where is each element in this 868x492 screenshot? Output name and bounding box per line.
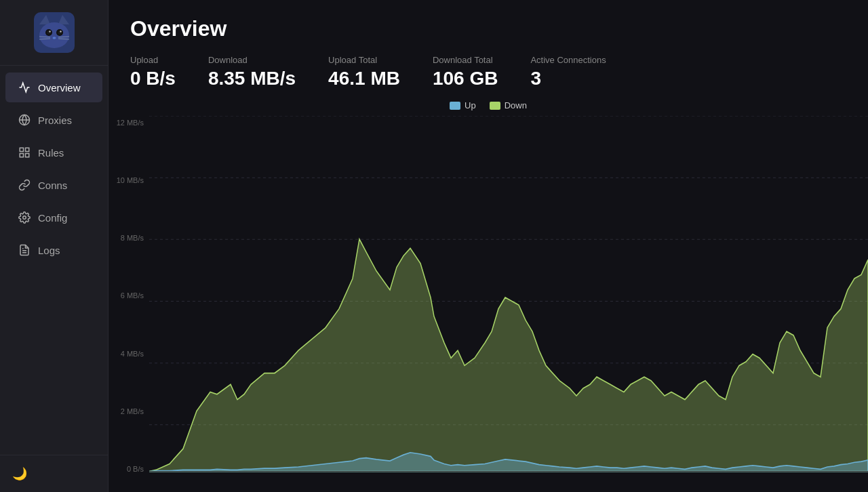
stat-upload-label: Upload [130,55,176,65]
file-icon [18,243,31,257]
y-label-0: 0 B/s [108,465,149,473]
stat-upload: Upload 0 B/s [130,55,176,89]
legend-down-color [490,102,500,110]
activity-icon [18,81,31,94]
theme-toggle-button[interactable]: 🌙 [12,466,27,481]
svg-point-10 [52,37,56,39]
main-content: Overview Upload 0 B/s Download 8.35 MB/s… [108,0,868,492]
legend-up-label: Up [465,100,476,110]
svg-rect-18 [26,148,29,151]
chart-legend: Up Down [108,100,868,110]
sidebar-item-overview[interactable]: Overview [5,73,102,102]
sidebar-bottom: 🌙 [0,455,108,492]
svg-rect-20 [20,154,23,157]
down-area [149,239,868,472]
legend-down: Down [490,100,527,110]
sidebar-item-overview-label: Overview [38,82,81,94]
stats-row: Upload 0 B/s Download 8.35 MB/s Upload T… [108,49,868,100]
app-logo [34,12,75,53]
legend-up: Up [450,100,476,110]
chart-container: Up Down 12 MB/s 10 MB/s 8 MB/s 6 MB/s 4 … [108,100,868,492]
sidebar: Overview Proxies Rules [0,0,108,492]
stat-active-connections-value: 3 [530,68,606,89]
sidebar-item-rules[interactable]: Rules [5,138,102,167]
svg-point-21 [23,216,26,220]
svg-rect-17 [20,148,23,151]
y-label-10: 10 MB/s [108,176,149,184]
svg-rect-19 [26,154,29,157]
logo-area [0,0,108,66]
moon-icon: 🌙 [12,467,27,480]
settings-icon [18,211,31,224]
y-label-6: 6 MB/s [108,291,149,300]
sidebar-nav: Overview Proxies Rules [0,66,108,455]
sidebar-item-proxies[interactable]: Proxies [5,105,102,135]
y-label-12: 12 MB/s [108,119,149,127]
y-axis-labels: 12 MB/s 10 MB/s 8 MB/s 6 MB/s 4 MB/s 2 M… [108,116,149,487]
stat-upload-total-label: Upload Total [328,55,400,65]
svg-point-9 [60,30,61,32]
stat-upload-total: Upload Total 46.1 MB [328,55,400,89]
sidebar-item-rules-label: Rules [38,147,64,159]
sidebar-item-logs[interactable]: Logs [5,235,102,265]
sidebar-item-config-label: Config [38,212,67,224]
grid-icon [18,146,31,159]
stat-download-value: 8.35 MB/s [208,68,296,89]
stat-upload-value: 0 B/s [130,68,176,89]
stat-upload-total-value: 46.1 MB [328,68,400,89]
link-icon [18,178,31,192]
chart-plot-area [149,116,868,487]
chart-svg [149,116,868,487]
svg-point-3 [39,22,69,48]
sidebar-item-proxies-label: Proxies [38,115,72,126]
page-title: Overview [130,16,846,41]
chart-inner: 12 MB/s 10 MB/s 8 MB/s 6 MB/s 4 MB/s 2 M… [108,116,868,487]
y-label-2: 2 MB/s [108,407,149,415]
sidebar-item-conns[interactable]: Conns [5,170,102,200]
stat-active-connections-label: Active Connections [530,55,606,65]
stat-download-total-label: Download Total [433,55,498,65]
stat-download-label: Download [208,55,296,65]
sidebar-item-logs-label: Logs [38,245,60,256]
stat-download-total: Download Total 106 GB [433,55,498,89]
stat-download-total-value: 106 GB [433,68,498,89]
stat-active-connections: Active Connections 3 [530,55,606,89]
svg-point-8 [49,30,50,32]
y-label-4: 4 MB/s [108,350,149,358]
globe-icon [18,113,31,127]
page-header: Overview [108,0,868,49]
legend-down-label: Down [505,100,527,110]
sidebar-item-config[interactable]: Config [5,203,102,232]
legend-up-color [450,102,460,110]
y-label-8: 8 MB/s [108,234,149,242]
stat-download: Download 8.35 MB/s [208,55,296,89]
sidebar-item-conns-label: Conns [38,180,67,191]
